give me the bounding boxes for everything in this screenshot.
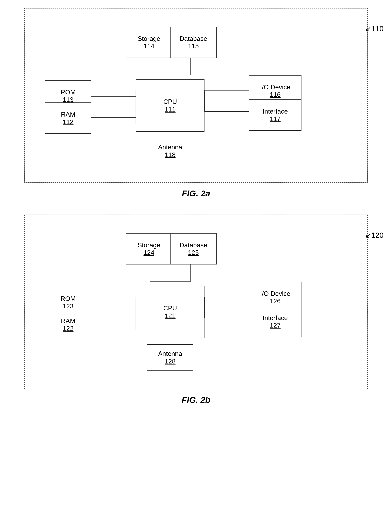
- fig2b-container: Storage 124 Database 125 ROM 123 RAM 122…: [24, 215, 368, 415]
- fig2a-label: FIG. 2a: [24, 189, 368, 198]
- fig2a-container: Storage 114 Database 115 ROM 113 RAM 112…: [24, 8, 368, 209]
- antenna-node-2b: Antenna 128: [147, 344, 193, 371]
- cpu-node-2b: CPU 121: [136, 286, 205, 338]
- storage-node-2b: Storage 124: [126, 233, 172, 265]
- fig2a-box: Storage 114 Database 115 ROM 113 RAM 112…: [24, 8, 368, 183]
- ram-node-2a: RAM 112: [45, 103, 91, 134]
- fig2a-ref-label: ↙ 110: [365, 25, 383, 33]
- interface-node-2a: Interface 117: [249, 99, 302, 131]
- fig2b-box: Storage 124 Database 125 ROM 123 RAM 122…: [24, 215, 368, 389]
- database-node-2b: Database 125: [170, 233, 217, 265]
- database-node-2a: Database 115: [170, 27, 217, 58]
- antenna-node-2a: Antenna 118: [147, 138, 193, 164]
- fig2b-inner: Storage 124 Database 125 ROM 123 RAM 122…: [37, 225, 355, 377]
- storage-node-2a: Storage 114: [126, 27, 172, 58]
- fig2a-inner: Storage 114 Database 115 ROM 113 RAM 112…: [37, 19, 355, 170]
- interface-node-2b: Interface 127: [249, 306, 302, 337]
- fig2b-label: FIG. 2b: [24, 395, 368, 405]
- cpu-node-2a: CPU 111: [136, 79, 205, 132]
- ram-node-2b: RAM 122: [45, 309, 91, 340]
- fig2b-ref-label: ↙ 120: [365, 231, 383, 240]
